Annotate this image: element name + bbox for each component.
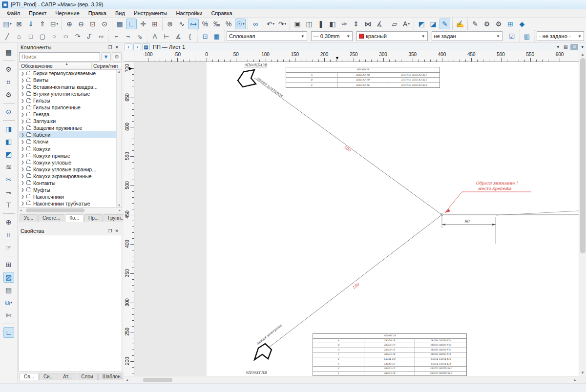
part-settings-button[interactable]: ⚙ — [3, 89, 14, 100]
connection-table-bottom[interactable]: 9П00ХС2ВА2В2П6-1В2В2П6 2В2П6-Х11В2В2П6-1… — [313, 333, 467, 376]
menu-настройки[interactable]: Настройки — [172, 10, 206, 17]
component-category-row[interactable]: ❯Винты — [19, 77, 122, 83]
percent-grid-button[interactable]: ‰ — [211, 19, 222, 29]
expand-chevron-icon[interactable]: ❯ — [21, 201, 24, 206]
layer-select-caret-icon[interactable]: ▼ — [496, 34, 500, 39]
tool-circle-button[interactable]: ○ — [49, 31, 60, 41]
close-dropdown-icon[interactable]: ▾ — [580, 44, 585, 49]
paste-insert-button[interactable]: ◫ — [304, 19, 314, 29]
tool-line-button[interactable]: ╱ — [2, 31, 13, 41]
coordinate-probe-button[interactable]: ⊚ — [165, 19, 175, 29]
waveform-check-button[interactable]: ∿ — [176, 19, 187, 29]
tool-angle-dim-button[interactable]: ∡ — [173, 31, 184, 41]
notebook-edit-button[interactable]: ✍ — [455, 19, 465, 29]
component-category-row[interactable]: ❯Гнезда — [19, 111, 122, 118]
tool-text-button[interactable]: A — [149, 31, 160, 41]
node-link-button[interactable]: ⊶ — [188, 19, 199, 29]
menu-инструменты[interactable]: Инструменты — [130, 10, 171, 17]
grid-pin-caret-icon[interactable]: ▾ — [10, 301, 12, 305]
tab-[interactable]: Пр... — [84, 214, 103, 222]
line-color-select[interactable]: красный▼ — [356, 31, 427, 41]
column-designation[interactable]: Обозначение — [19, 63, 91, 69]
tool-leader-corner-button[interactable]: ¬ — [123, 31, 133, 41]
menu-правка[interactable]: Правка — [84, 10, 110, 17]
target-grid-button[interactable]: ⌗ — [3, 229, 14, 240]
expand-chevron-icon[interactable]: ❯ — [21, 153, 24, 158]
close-panel-icon[interactable]: ✕ — [113, 228, 120, 233]
hatch-region-button[interactable]: ▨ — [3, 272, 14, 283]
hand-select-button[interactable]: ☞ — [3, 242, 14, 253]
module-gear-button[interactable]: ⊞ — [505, 19, 516, 29]
component-category-row[interactable]: ❯Защелки пружинные — [19, 124, 122, 131]
misc-select-caret-icon[interactable]: ▼ — [578, 34, 582, 39]
layer-select[interactable]: не задан▼ — [432, 31, 502, 41]
document-tab[interactable]: ПП — Лист 1 — [153, 44, 185, 50]
menu-файл[interactable]: Файл — [3, 10, 24, 17]
node-point-button[interactable]: ⊸ — [3, 187, 14, 198]
text-style-caret-icon[interactable]: ▾ — [408, 22, 410, 26]
row-grid-button[interactable]: ▤ — [3, 285, 14, 295]
undo-button[interactable]: ↶▾ — [265, 19, 276, 29]
component-category-row[interactable]: ❯Кожухи экранированные — [19, 173, 122, 180]
component-category-row[interactable]: ❯Ключи — [19, 138, 122, 145]
expand-chevron-icon[interactable]: ❯ — [21, 133, 24, 137]
component-c-button[interactable]: ◩ — [3, 149, 14, 160]
tool-ellipse-button[interactable]: ○ — [61, 31, 71, 41]
tool-table-button[interactable]: ▦ — [211, 31, 222, 41]
component-category-row[interactable]: ❯Муфты — [19, 186, 122, 193]
tab-list-icon[interactable]: ▤ — [562, 44, 569, 49]
tool-leader-down-button[interactable]: ⌐ — [111, 31, 122, 41]
line-color-select-caret-icon[interactable]: ▼ — [421, 34, 425, 39]
grid-settings-button[interactable]: ⊞ — [149, 19, 160, 29]
mirror-vertical-button[interactable]: ⇕ — [351, 19, 361, 29]
expand-chevron-icon[interactable]: ❯ — [21, 85, 24, 89]
search-binoculars-button[interactable]: ∞ — [250, 19, 261, 29]
menu-черчение[interactable]: Черчение — [51, 10, 84, 17]
component-category-row[interactable]: ❯Наконечники трубчатые — [19, 200, 122, 207]
tab-[interactable]: Ко... — [65, 214, 84, 222]
float-panel-icon[interactable]: ❐ — [106, 228, 113, 233]
component-category-row[interactable]: ❯Кабели — [19, 131, 122, 138]
document-edit-button[interactable]: ✎ — [470, 19, 481, 29]
flag-marker-top[interactable] — [238, 70, 256, 87]
open-file-caret-icon[interactable]: ▾ — [10, 22, 12, 26]
component-category-row[interactable]: ❯Кожухи угловые экранир... — [19, 166, 122, 173]
float-panel-icon[interactable]: ❐ — [106, 45, 113, 50]
drawing-viewport[interactable]: 90 Обрати внимание ! место крепежа 500 1… — [134, 62, 579, 376]
tool-arrow-line-button[interactable]: ⇘ — [134, 31, 145, 41]
tab-dropdown-icon[interactable]: ▾ — [555, 44, 561, 49]
tool-rounded-rect-button[interactable]: ▢ — [37, 31, 48, 41]
grid-toggle-button[interactable]: ▦ — [114, 19, 125, 29]
column-settings-button[interactable]: ▥ — [522, 31, 532, 41]
expand-chevron-icon[interactable]: ❯ — [21, 126, 24, 130]
components-list-vscroll[interactable]: ▲▼ — [116, 70, 122, 207]
corner-snap-button[interactable]: ∟ — [3, 327, 14, 338]
connection-table-top[interactable]: 9П0ХБ43ВА2ПП1А2-1В2ПП1А2 2ПП1А2-Х11В2ПП1… — [286, 67, 440, 88]
gear-part-button[interactable]: ⚙ — [493, 19, 504, 29]
component-category-row[interactable]: ❯Гильзы — [19, 97, 122, 104]
expand-chevron-icon[interactable]: ❯ — [21, 99, 24, 103]
tool-rectangle-button[interactable]: □ — [25, 31, 36, 41]
cable-line-bottom[interactable] — [269, 215, 442, 348]
fence-settings-button[interactable]: ⌗ — [3, 77, 14, 87]
select-frame-button[interactable]: ⊞ — [3, 259, 14, 270]
percent-alert-button[interactable]: % — [200, 19, 210, 29]
component-b-button[interactable]: ◧ — [3, 136, 14, 147]
expand-chevron-icon[interactable]: ❯ — [21, 174, 24, 178]
sheet-settings-button[interactable]: ▤ — [3, 47, 14, 58]
open-file-button[interactable]: ▤▾ — [2, 19, 13, 29]
redo-caret-icon[interactable]: ▾ — [285, 22, 287, 26]
expand-chevron-icon[interactable]: ❯ — [21, 140, 24, 144]
expand-chevron-icon[interactable]: ❯ — [21, 119, 24, 124]
expand-chevron-icon[interactable]: ❯ — [21, 112, 24, 117]
schema-add-button[interactable]: ⚙ — [3, 64, 14, 75]
save-export-button[interactable]: ⇑ — [37, 19, 48, 29]
grid-pin-button[interactable]: ⧉▾ — [3, 297, 14, 308]
tab-[interactable]: Ат... — [59, 373, 76, 380]
component-category-row[interactable]: ❯Кожухи — [19, 145, 122, 152]
search-input[interactable] — [19, 52, 100, 62]
undo-caret-icon[interactable]: ▾ — [273, 22, 275, 26]
filter-icon[interactable]: ▼ — [101, 52, 111, 62]
copy-button[interactable]: ▣ — [292, 19, 303, 29]
target-circle-button[interactable]: ⊕ — [3, 217, 14, 227]
